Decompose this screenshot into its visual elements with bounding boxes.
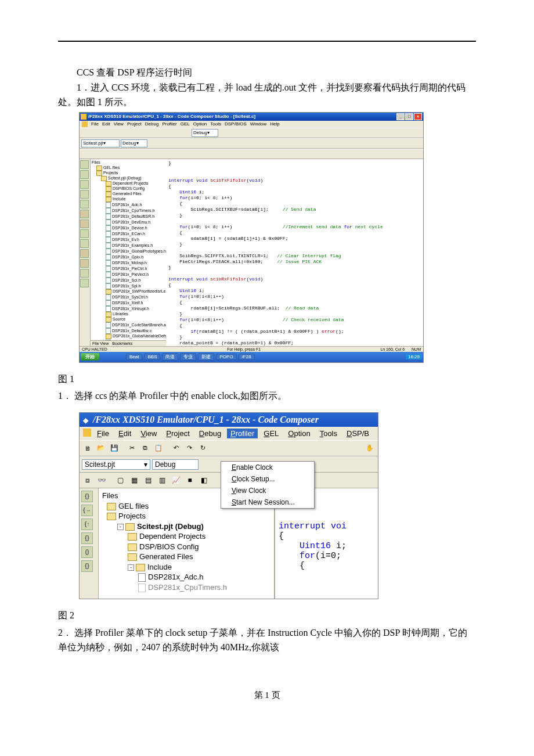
view-i-icon[interactable] <box>159 150 167 158</box>
tree-item[interactable]: Libraries <box>92 312 167 317</box>
tree-item[interactable]: DSP281x_Sci.h <box>92 278 167 283</box>
undo-icon[interactable]: ↶ <box>170 442 182 454</box>
menu-gel[interactable]: GEL <box>260 429 282 438</box>
view-c-icon[interactable]: ▤ <box>142 474 154 486</box>
set-pc-icon[interactable] <box>353 129 361 137</box>
menu-view[interactable]: View <box>137 429 160 438</box>
menu-dsp/b[interactable]: DSP/B <box>343 429 373 438</box>
menu-edit[interactable]: Edit <box>115 429 135 438</box>
menu-window[interactable]: Window <box>250 121 266 127</box>
copy-icon[interactable]: ⧉ <box>139 442 151 454</box>
tree-item[interactable]: DSP281x_CpuTimers.h <box>92 208 167 214</box>
tree-item[interactable]: DSP/BIOS Config <box>92 186 167 192</box>
profiler-item-lock-setup-[interactable]: Clock Setup... <box>221 473 314 485</box>
menu-profiler[interactable]: Profiler <box>162 121 176 127</box>
tree-item[interactable]: Include <box>92 197 167 202</box>
menu-project[interactable]: Project <box>163 429 193 438</box>
view-e-icon[interactable]: 📈 <box>170 474 182 486</box>
menu-file[interactable]: File <box>91 121 99 127</box>
redo2-icon[interactable]: ↻ <box>197 442 208 454</box>
tree-item[interactable]: DSP281x_CpuTimers.h <box>102 582 270 593</box>
lbar-step-over-icon[interactable]: {→ <box>81 505 93 516</box>
tree-item[interactable]: DSP281x_ECan.h <box>92 231 167 237</box>
tree-item[interactable]: DSP281x_GlobalVariableDefs <box>92 334 167 339</box>
taskbar-item[interactable]: /F28 <box>239 354 255 360</box>
view-j-icon[interactable] <box>172 150 180 158</box>
save-icon[interactable]: 💾 <box>109 442 120 454</box>
tree-item[interactable]: DSP281x_DefaultIsr.c <box>92 328 167 334</box>
menu-file[interactable]: File <box>93 429 113 438</box>
new-icon[interactable]: 🗎 <box>82 442 93 454</box>
taskbar-item[interactable]: POPO <box>216 354 236 360</box>
code-editor[interactable]: } interrupt void scibTxFifoIsr(void) { U… <box>166 159 423 346</box>
tree-item[interactable]: DSP281x_Ev.h <box>92 237 167 243</box>
project-tree[interactable]: FilesGEL filesProjectsScitest.pjt (Debug… <box>91 159 169 340</box>
menu-edit[interactable]: Edit <box>102 121 110 127</box>
view-h-icon[interactable] <box>150 150 158 158</box>
view-f-icon[interactable]: ■ <box>184 474 196 486</box>
lbar-icon-6[interactable] <box>80 210 89 218</box>
view-b-icon[interactable] <box>91 150 99 158</box>
cut-icon[interactable]: ✂ <box>126 442 138 454</box>
lbar-icon-11[interactable] <box>80 259 89 268</box>
tree-item[interactable]: DSP281x_Device.h <box>92 225 167 231</box>
view-g-icon[interactable]: ◧ <box>198 474 210 486</box>
new-icon[interactable] <box>81 129 89 137</box>
menu-option[interactable]: Option <box>193 121 207 127</box>
tree-item[interactable]: DSP281x_Adc.h <box>92 202 167 208</box>
tree-item[interactable]: Source <box>92 317 167 322</box>
tree-item[interactable]: -Include <box>102 562 270 573</box>
run-to-cursor-icon[interactable] <box>344 129 352 137</box>
view-a-icon[interactable]: ▢ <box>114 474 126 486</box>
lbar-icon-1[interactable] <box>80 160 89 169</box>
tree-item[interactable]: DSP281x_PieCtrl.h <box>92 266 167 272</box>
tb-icon-g[interactable] <box>223 139 231 147</box>
tb-icon-e[interactable] <box>204 139 212 147</box>
tree-item[interactable]: Dependent Projects <box>92 181 167 186</box>
menu-view[interactable]: View <box>114 121 124 127</box>
profiler-item-iew-clock[interactable]: View Clock <box>221 485 314 496</box>
redo-icon[interactable] <box>146 129 154 137</box>
menu-project[interactable]: Project <box>127 121 142 127</box>
config-select[interactable]: Debug <box>152 459 199 470</box>
lbar-icon-7[interactable] <box>80 219 89 228</box>
view-d-icon[interactable] <box>113 150 121 158</box>
tree-item[interactable]: DSP281x_PieVect.h <box>92 272 167 278</box>
tb-icon-b[interactable] <box>176 139 185 147</box>
menu-gel[interactable]: GEL <box>181 121 190 127</box>
stop-build-icon[interactable] <box>244 129 252 137</box>
profiler-item-tart-new-session-[interactable]: Start New Session... <box>221 496 314 508</box>
halt-icon[interactable] <box>297 129 305 137</box>
lbar-step-icon[interactable]: {} <box>81 491 93 502</box>
close-button[interactable]: × <box>414 113 422 120</box>
menu-help[interactable]: Help <box>270 121 279 127</box>
lbar-toggle-icon[interactable]: {} <box>81 560 93 572</box>
view-mixed-icon[interactable]: ⧈ <box>82 474 93 486</box>
toggle-bookmark-icon[interactable] <box>266 129 274 137</box>
config-select[interactable]: Debug ▾ <box>192 129 218 137</box>
cut-icon[interactable] <box>109 129 117 137</box>
start-button[interactable]: 开始 <box>81 353 99 361</box>
lbar-icon-3[interactable] <box>80 180 89 189</box>
project-select[interactable]: Scitest.pjt ▾ <box>81 139 120 147</box>
tree-item[interactable]: DSP281x_DevEmu.h <box>92 219 167 225</box>
tree-item[interactable]: GEL files <box>92 165 167 171</box>
tab-bookmarks[interactable]: Bookmarks <box>112 341 132 345</box>
tree-item[interactable]: DSP281x_Spi.h <box>92 283 167 289</box>
system-tray[interactable]: 16:29 <box>406 354 422 359</box>
copy-icon[interactable] <box>118 129 127 137</box>
open-icon[interactable] <box>91 129 99 137</box>
project-select[interactable]: Scitest.pjt▾ <box>82 459 150 470</box>
tb-icon-a[interactable] <box>167 139 175 147</box>
animate-icon[interactable] <box>306 129 315 137</box>
tree-item[interactable]: Dependent Projects <box>102 531 270 542</box>
open-icon[interactable]: 📂 <box>95 442 107 454</box>
tree-item[interactable]: DSP281x_Gpio.h <box>92 254 167 260</box>
taskbar-item[interactable]: BBS <box>144 354 160 360</box>
tree-item[interactable]: DSP281x_Xintf.h <box>92 300 167 306</box>
redo-icon[interactable]: ↷ <box>183 442 195 454</box>
view-f-icon[interactable] <box>131 150 139 158</box>
lbar-icon-10[interactable] <box>80 249 89 258</box>
undo-icon[interactable] <box>137 129 145 137</box>
tree-item[interactable]: DSP281x_Adc.h <box>102 572 270 582</box>
